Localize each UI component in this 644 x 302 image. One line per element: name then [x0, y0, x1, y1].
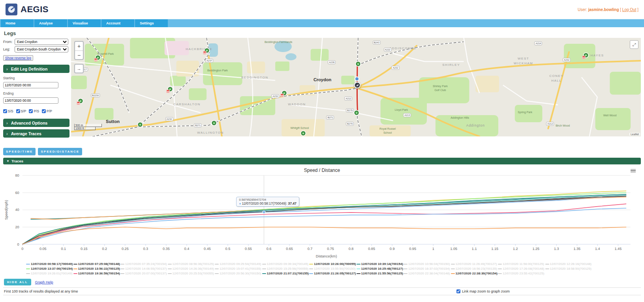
legend-item[interactable]: 12/07/2020 15:25:56(700055): [262, 267, 310, 271]
logout-link[interactable]: Log Out: [622, 7, 636, 12]
legend-item[interactable]: 12/07/2020 08:56:36(700125): [168, 262, 215, 267]
station-marker-icon[interactable]: [212, 121, 216, 125]
legend-swatch-icon: [357, 273, 360, 274]
legend-item[interactable]: 12/07/2020 21:07:21(700155): [262, 271, 310, 276]
legend-item[interactable]: 12/07/2020 19:26:01(700149): [26, 271, 73, 276]
legend-item[interactable]: 12/07/2020 22:38:04(700148): [404, 271, 451, 276]
legend-item[interactable]: 12/07/2020 21:55:56(700125): [357, 271, 404, 276]
stop-type-S-S: S/S: [3, 109, 13, 113]
speed-distance-button[interactable]: SPEED/DISTANCE: [38, 148, 82, 155]
traces-panel-header[interactable]: ▾ Traces: [3, 158, 641, 164]
svg-text:0.25: 0.25: [122, 247, 129, 251]
legend-item[interactable]: 12/07/2020 18:58:50(700125): [545, 267, 593, 271]
legend-item[interactable]: 12/07/2020 14:06:55(700137): [120, 267, 168, 271]
station-marker-icon[interactable]: [356, 62, 360, 66]
legend-item[interactable]: 12/07/2020 10:39:14(700154): [357, 262, 404, 267]
legend-swatch-icon: [498, 273, 502, 274]
legend-swatch-icon: [498, 268, 502, 269]
legend-swatch-icon: [498, 264, 502, 265]
trace-line[interactable]: 12/07/2020 16:25:48(700127): [23, 195, 626, 244]
legend-item[interactable]: 12/07/2020 13:56:22(700125): [73, 267, 121, 271]
speed-time-button[interactable]: SPEED/TIME: [3, 148, 36, 155]
east-croydon-marker-icon[interactable]: [355, 76, 359, 81]
average-traces-header[interactable]: › Average Traces: [3, 129, 69, 138]
map-zoom-in-button[interactable]: +: [75, 42, 83, 50]
svg-text:0.65: 0.65: [286, 247, 293, 251]
speed-distance-chart[interactable]: 02040608000.050.10.150.20.250.30.350.40.…: [3, 173, 641, 260]
svg-text:0.2: 0.2: [102, 247, 107, 251]
legend-item[interactable]: 12/07/2020 13:37:00(700154): [26, 267, 73, 271]
nav-tab-home[interactable]: Home: [1, 19, 34, 27]
show-reverse-leg-button[interactable]: Show reverse leg: [3, 55, 33, 61]
legend-swatch-icon: [26, 264, 30, 265]
graph-help-link[interactable]: Graph Help: [35, 280, 53, 284]
legend-item[interactable]: 12/07/2020 16:56:23(700135): [451, 267, 498, 271]
legend-item[interactable]: 12/07/2020 07:25:08(700148): [73, 262, 121, 267]
svg-text:0.15: 0.15: [81, 247, 88, 251]
legend-item[interactable]: 12/07/2020 15:55:50(700150): [309, 267, 357, 271]
legend-item[interactable]: 12/07/2020 07:35:24(700154): [120, 262, 168, 267]
checkbox-P-P[interactable]: [42, 109, 46, 113]
checkbox-S-P[interactable]: [16, 109, 20, 113]
svg-text:1: 1: [432, 247, 434, 251]
legend-item[interactable]: 12/07/2020 14:26:36(700149): [168, 267, 215, 271]
legend-item[interactable]: 12/07/2020 23:55:42(700125): [498, 271, 545, 276]
nav-tab-settings[interactable]: Settings: [135, 19, 168, 27]
legend-item[interactable]: 12/07/2020 20:56:30(700150): [215, 271, 262, 276]
legend-item[interactable]: 12/07/2020 21:26:05(700127): [309, 271, 357, 276]
route-line: [357, 62, 358, 115]
trace-line[interactable]: 12/07/2020 21:07:21(700155): [23, 194, 626, 244]
legend-item[interactable]: 12/07/2020 20:25:53(700055): [168, 271, 215, 276]
stop-type-P-P: P/P: [42, 109, 52, 113]
selected-leg-marker-icon[interactable]: [354, 82, 360, 89]
station-marker-icon[interactable]: [354, 111, 359, 115]
legend-item[interactable]: 12/07/2020 00:58:17(700049): [26, 262, 73, 267]
legend-item[interactable]: 12/07/2020 12:26:16(700148): [545, 262, 593, 267]
checkbox-S-S[interactable]: [3, 109, 7, 113]
starting-input[interactable]: [3, 82, 58, 88]
station-marker-icon[interactable]: [301, 131, 305, 136]
link-zoom-checkbox[interactable]: [456, 289, 460, 293]
nav-tab-visualise[interactable]: Visualise: [68, 19, 101, 27]
map-attribution[interactable]: Leaflet: [629, 133, 640, 136]
legend-swatch-icon: [215, 273, 219, 274]
advanced-options-header[interactable]: › Advanced Options: [3, 119, 69, 127]
legend-swatch-icon: [120, 273, 124, 274]
legend-item[interactable]: 12/07/2020 20:07:00(700137): [120, 271, 168, 276]
svg-text:0.35: 0.35: [163, 247, 170, 251]
legend-item[interactable]: 12/07/2020 19:36:59(700154): [73, 271, 121, 276]
stop-type-S-P: S/P: [16, 109, 26, 113]
legend-item[interactable]: 12/07/2020 11:26:49(700127): [451, 262, 498, 267]
checkbox-P-S[interactable]: [29, 109, 33, 113]
hide-all-button[interactable]: HIDE ALL: [4, 279, 31, 285]
legend-item[interactable]: 12/07/2020 16:25:48(700127): [357, 267, 404, 271]
svg-text:0.4: 0.4: [184, 247, 190, 251]
map[interactable]: Beddington FarmlandsHACKBRIDGERosehill P…: [71, 38, 641, 136]
trace-line[interactable]: 12/07/2020 07:25:08(700148): [23, 195, 626, 244]
legend-item[interactable]: 12/07/2020 16:37:02(700154): [404, 267, 451, 271]
legend-swatch-icon: [404, 268, 407, 269]
legend-item[interactable]: 12/07/2020 10:56:04(700150): [404, 262, 451, 267]
station-marker-icon[interactable]: [138, 123, 143, 127]
legend-item[interactable]: 12/07/2020 11:56:00(700125): [498, 262, 545, 267]
nav-tab-analyse[interactable]: Analyse: [34, 19, 67, 27]
from-select[interactable]: East Croydon: [15, 39, 68, 45]
trace-line[interactable]: 12/07/2020 22:38:30(700154): [23, 227, 626, 244]
leg-select[interactable]: East Croydon-South Croydon: [15, 46, 68, 52]
legend-swatch-icon: [451, 264, 455, 265]
legend-item[interactable]: 12/07/2020 09:39:34(700145): [262, 262, 310, 267]
content-row: From: East Croydon Leg: East Croydon-Sou…: [0, 38, 644, 155]
legend-item[interactable]: 12/07/2020 15:07:41(700155): [215, 267, 262, 271]
legend-item[interactable]: 12/07/2020 17:26:08(700148): [498, 267, 545, 271]
map-pan-button[interactable]: →: [74, 64, 84, 73]
ending-input[interactable]: [3, 97, 58, 104]
svg-text:1.1: 1.1: [472, 247, 477, 251]
edit-leg-definition-header[interactable]: › Edit Leg Definition: [3, 65, 69, 73]
map-expand-button[interactable]: ⤢: [630, 40, 638, 49]
trace-line[interactable]: 12/07/2020 21:26:05(700127): [23, 208, 626, 244]
legend-item[interactable]: 12/07/2020 22:38:30(700154): [451, 271, 498, 276]
nav-tab-account[interactable]: Account: [101, 19, 134, 27]
legend-item[interactable]: 12/07/2020 09:25:54(700149): [215, 262, 262, 267]
legend-item[interactable]: 12/07/2020 10:26:00(700055): [309, 262, 357, 267]
map-zoom-out-button[interactable]: −: [75, 50, 83, 59]
